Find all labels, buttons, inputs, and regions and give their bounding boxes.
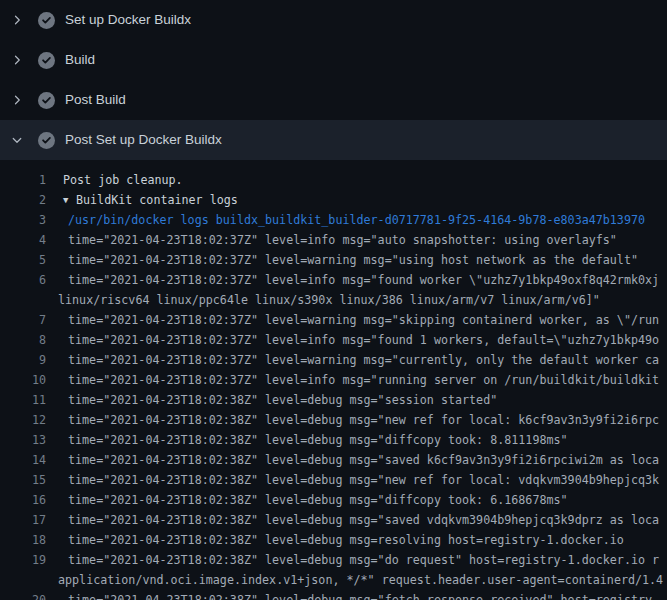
log-text: time="2021-04-23T18:02:38Z" level=debug … (68, 530, 624, 550)
chevron-down-icon (10, 133, 24, 147)
check-circle-icon (38, 132, 55, 149)
log-text: time="2021-04-23T18:02:37Z" level=warnin… (68, 250, 638, 270)
line-number[interactable]: 11 (0, 390, 46, 410)
log-text: time="2021-04-23T18:02:37Z" level=info m… (68, 230, 617, 250)
line-number[interactable]: 12 (0, 410, 46, 430)
chevron-right-icon (10, 53, 24, 67)
log-text: time="2021-04-23T18:02:38Z" level=debug … (68, 510, 659, 530)
log-text: time="2021-04-23T18:02:37Z" level=info m… (68, 330, 659, 350)
line-number[interactable]: 19 (0, 550, 46, 570)
actions-log-viewer: Set up Docker Buildx Build Post Build (0, 0, 667, 600)
line-number[interactable]: 1 (0, 170, 46, 190)
log-text: time="2021-04-23T18:02:38Z" level=debug … (68, 410, 659, 430)
log-text: time="2021-04-23T18:02:37Z" level=info m… (68, 370, 659, 390)
log-line: 4 time="2021-04-23T18:02:37Z" level=info… (0, 230, 667, 250)
log-line: 12 time="2021-04-23T18:02:38Z" level=deb… (0, 410, 667, 430)
steps-list: Set up Docker Buildx Build Post Build (0, 0, 667, 160)
chevron-right-icon (10, 93, 24, 107)
log-line: 1 Post job cleanup. (0, 170, 667, 190)
line-number[interactable] (0, 570, 46, 590)
log-line: 16 time="2021-04-23T18:02:38Z" level=deb… (0, 490, 667, 510)
line-number[interactable]: 18 (0, 530, 46, 550)
log-line: linux/riscv64 linux/ppc64le linux/s390x … (0, 290, 667, 310)
log-line: 13 time="2021-04-23T18:02:38Z" level=deb… (0, 430, 667, 450)
line-number[interactable]: 14 (0, 450, 46, 470)
step-row-post-build[interactable]: Post Build (0, 80, 667, 120)
log-area: 1 Post job cleanup. 2 ▼ BuildKit contain… (0, 160, 667, 600)
line-number[interactable]: 3 (0, 210, 46, 230)
line-number[interactable]: 15 (0, 470, 46, 490)
line-number[interactable]: 6 (0, 270, 46, 290)
line-number[interactable]: 4 (0, 230, 46, 250)
log-line: 7 time="2021-04-23T18:02:37Z" level=warn… (0, 310, 667, 330)
log-line: 15 time="2021-04-23T18:02:38Z" level=deb… (0, 470, 667, 490)
step-row-set-up-docker-buildx[interactable]: Set up Docker Buildx (0, 0, 667, 40)
step-label: Post Set up Docker Buildx (65, 120, 222, 160)
line-number[interactable]: 8 (0, 330, 46, 350)
log-text: time="2021-04-23T18:02:38Z" level=debug … (68, 590, 659, 600)
log-text: Post job cleanup. (63, 170, 183, 190)
step-row-post-set-up-docker-buildx[interactable]: Post Set up Docker Buildx (0, 120, 667, 160)
chevron-right-icon (10, 13, 24, 27)
log-text: linux/riscv64 linux/ppc64le linux/s390x … (58, 290, 600, 310)
log-text: BuildKit container logs (76, 190, 238, 210)
log-line: 6 time="2021-04-23T18:02:37Z" level=info… (0, 270, 667, 290)
line-number[interactable]: 10 (0, 370, 46, 390)
check-circle-icon (38, 12, 55, 29)
line-number[interactable]: 2 (0, 190, 46, 210)
log-line: 9 time="2021-04-23T18:02:37Z" level=warn… (0, 350, 667, 370)
log-line: 17 time="2021-04-23T18:02:38Z" level=deb… (0, 510, 667, 530)
group-caret-icon[interactable]: ▼ (63, 190, 76, 210)
log-line: 18 time="2021-04-23T18:02:38Z" level=deb… (0, 530, 667, 550)
log-text: time="2021-04-23T18:02:38Z" level=debug … (68, 490, 568, 510)
log-text: time="2021-04-23T18:02:37Z" level=warnin… (68, 350, 659, 370)
line-number[interactable] (0, 290, 46, 310)
log-line: 2 ▼ BuildKit container logs (0, 190, 667, 210)
check-circle-icon (38, 92, 55, 109)
log-text: time="2021-04-23T18:02:38Z" level=debug … (68, 390, 497, 410)
step-label: Build (65, 40, 95, 80)
log-line: 14 time="2021-04-23T18:02:38Z" level=deb… (0, 450, 667, 470)
step-row-build[interactable]: Build (0, 40, 667, 80)
check-circle-icon (38, 52, 55, 69)
log-text: time="2021-04-23T18:02:38Z" level=debug … (68, 430, 568, 450)
line-number[interactable]: 5 (0, 250, 46, 270)
line-number[interactable]: 16 (0, 490, 46, 510)
log-text: time="2021-04-23T18:02:37Z" level=warnin… (68, 310, 659, 330)
log-line: 20 time="2021-04-23T18:02:38Z" level=deb… (0, 590, 667, 600)
log-line: application/vnd.oci.image.index.v1+json,… (0, 570, 667, 590)
log-text: time="2021-04-23T18:02:38Z" level=debug … (68, 450, 659, 470)
step-label: Post Build (65, 80, 126, 120)
line-number[interactable]: 17 (0, 510, 46, 530)
log-text: time="2021-04-23T18:02:37Z" level=info m… (68, 270, 659, 290)
line-number[interactable]: 13 (0, 430, 46, 450)
log-line: 10 time="2021-04-23T18:02:37Z" level=inf… (0, 370, 667, 390)
log-command-text: /usr/bin/docker logs buildx_buildkit_bui… (68, 210, 645, 230)
log-line: 19 time="2021-04-23T18:02:38Z" level=deb… (0, 550, 667, 570)
log-line: 11 time="2021-04-23T18:02:38Z" level=deb… (0, 390, 667, 410)
log-line: 5 time="2021-04-23T18:02:37Z" level=warn… (0, 250, 667, 270)
line-number[interactable]: 20 (0, 590, 46, 600)
line-number[interactable]: 7 (0, 310, 46, 330)
step-label: Set up Docker Buildx (65, 0, 191, 40)
log-text: application/vnd.oci.image.index.v1+json,… (58, 570, 663, 590)
line-number[interactable]: 9 (0, 350, 46, 370)
log-line: 8 time="2021-04-23T18:02:37Z" level=info… (0, 330, 667, 350)
log-text: time="2021-04-23T18:02:38Z" level=debug … (68, 470, 659, 490)
log-text: time="2021-04-23T18:02:38Z" level=debug … (68, 550, 659, 570)
log-line: 3 /usr/bin/docker logs buildx_buildkit_b… (0, 210, 667, 230)
